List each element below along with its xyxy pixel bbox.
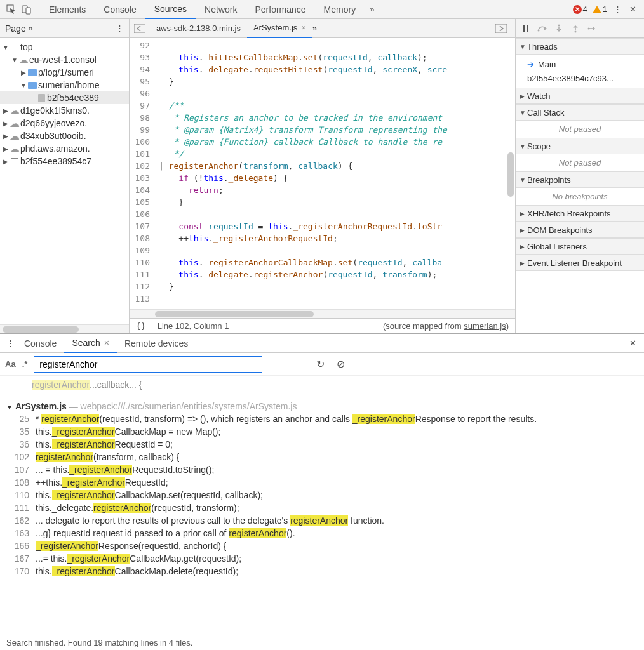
tab-console[interactable]: Console [95,0,145,19]
tab-memory[interactable]: Memory [315,0,365,19]
dom-breakpoints-section[interactable]: ▶DOM Breakpoints [516,222,644,238]
tree-item[interactable]: ▶p/log/1/sumeri [0,66,129,79]
nav-forward-icon[interactable] [493,21,509,36]
search-result-line[interactable]: 25* registerAnchor(requestId, transform)… [6,413,638,425]
source-map-link[interactable]: sumerian.js [464,321,506,331]
drawer-tab-console[interactable]: Console [17,334,64,353]
tree-label: eu-west-1.consol [29,55,97,65]
inspect-icon[interactable] [4,2,19,17]
file-tree[interactable]: ▼top▼☁eu-west-1.consol▶p/log/1/sumeri▼su… [0,38,129,324]
xhr-breakpoints-section[interactable]: ▶XHR/fetch Breakpoints [516,205,644,222]
editor-vscroll[interactable] [507,152,514,197]
breakpoints-section[interactable]: ▼Breakpoints [516,171,644,188]
tree-item[interactable]: ▶☁d1ge0kk1l5kms0. [0,104,129,117]
svg-point-9 [575,30,577,32]
threads-body: ➔Main b2f554ee38954c7c93... [516,55,644,88]
search-result-line[interactable]: 170this._registerAnchorCallbackMap.delet… [6,565,638,578]
step-over-icon[interactable] [535,21,550,36]
settings-icon[interactable]: ⋮ [610,2,625,17]
tree-item[interactable]: ▼top [0,41,129,53]
window-icon [9,44,20,50]
search-result-line[interactable]: 110this._registerAnchorCallbackMap.set(r… [6,489,638,501]
folder-icon [27,69,38,76]
search-result-line[interactable]: 162... delegate to report the results of… [6,514,638,527]
step-out-icon[interactable] [568,21,583,36]
warning-badge[interactable]: 1 [590,4,610,14]
tab-performance[interactable]: Performance [246,0,314,19]
callstack-section[interactable]: ▼Call Stack [516,104,644,121]
more-tabs-icon[interactable]: » [365,2,380,17]
tree-item[interactable]: ▶☁d34xub3ut0ooib. [0,129,129,142]
code-editor[interactable]: 9293949596979899100101102103104105106107… [130,38,515,309]
navigator-menu-icon[interactable]: ⋮ [116,23,124,33]
search-input[interactable] [34,356,262,373]
result-snippet[interactable]: registerAnchor...callback... { [6,378,638,391]
tab-sources[interactable]: Sources [145,0,196,19]
more-navigator-icon[interactable]: » [29,23,33,33]
result-file-header[interactable]: ▼ArSystem.js — webpack:///./src/sumerian… [6,401,638,411]
search-result-line[interactable]: 107... = this._registerAnchorRequestId.t… [6,463,638,476]
close-tab-icon[interactable]: × [104,338,109,348]
cloud-icon: ☁ [9,105,20,117]
close-devtools-icon[interactable]: ✕ [625,2,640,17]
editor-tab[interactable]: ArSystem.js× [247,19,312,38]
search-result-line[interactable]: 163...g} requestId request id passed to … [6,527,638,540]
drawer-menu-icon[interactable]: ⋮ [4,338,17,348]
tree-item[interactable]: ▶☁d2q66yyjeovezo. [0,117,129,129]
svg-point-10 [588,27,590,29]
tree-item[interactable]: ▶☁phd.aws.amazon. [0,142,129,155]
search-result-line[interactable]: 102registerAnchor(transform, callback) { [6,451,638,463]
search-result-line[interactable]: 167...= this._registerAnchorCallbackMap.… [6,552,638,565]
editor-tabs: aws-sdk-2.138.0.min.jsArSystem.js× » [130,19,515,38]
editor-hscroll[interactable] [130,309,515,318]
tab-network[interactable]: Network [196,0,246,19]
global-listeners-section[interactable]: ▶Global Listeners [516,238,644,255]
cloud-icon: ☁ [9,117,20,129]
scope-section[interactable]: ▼Scope [516,138,644,154]
match-case-icon[interactable]: Aa [5,359,16,369]
tree-item[interactable]: b2f554ee389 [0,91,129,104]
nav-back-icon[interactable] [132,21,147,36]
divider [37,4,37,15]
close-drawer-icon[interactable]: ✕ [625,338,640,348]
search-result-line[interactable]: 166_registerAnchorResponse(requestId, an… [6,540,638,552]
code[interactable]: this._hitTestCallbackMap.set(requestId, … [154,38,515,309]
svg-point-8 [558,24,560,26]
regex-icon[interactable]: .* [22,359,28,369]
tree-item[interactable]: ▶b2f554ee38954c7 [0,155,129,168]
more-editor-tabs-icon[interactable]: » [312,23,317,33]
thread-worker[interactable]: b2f554ee38954c7c93... [527,71,641,85]
search-result-line[interactable]: 111this._delegate.registerAnchor(request… [6,501,638,514]
pretty-print-icon[interactable]: {} [136,321,146,331]
event-listener-section[interactable]: ▶Event Listener Breakpoint [516,255,644,271]
source-map-info: (source mapped from sumerian.js) [383,321,509,331]
step-into-icon[interactable] [551,21,567,36]
callstack-empty: Not paused [516,121,644,138]
search-result-line[interactable]: 36this._registerAnchorRequestId = 0; [6,438,638,451]
search-result-line[interactable]: 108++this._registerAnchorRequestId; [6,476,638,489]
refresh-search-icon[interactable]: ↻ [313,358,327,370]
clear-search-icon[interactable]: ⊘ [333,358,347,370]
search-results[interactable]: registerAnchor...callback... { ▼ArSystem… [0,376,644,635]
drawer-tab-remote-devices[interactable]: Remote devices [117,334,196,353]
close-tab-icon[interactable]: × [301,23,306,32]
device-toggle-icon[interactable] [19,2,34,17]
error-badge[interactable]: ✕4 [570,4,590,14]
pause-icon[interactable] [518,21,533,36]
scope-empty: Not paused [516,154,644,171]
tree-item[interactable]: ▼sumerian/home [0,79,129,91]
threads-section[interactable]: ▼Threads [516,38,644,55]
navigator-hscroll[interactable] [0,324,129,333]
navigator-label: Page [5,23,26,34]
watch-section[interactable]: ▶Watch [516,88,644,104]
folder-icon [27,82,38,89]
tab-elements[interactable]: Elements [40,0,95,19]
drawer-tab-search[interactable]: Search× [64,334,117,353]
svg-rect-4 [495,24,507,33]
search-result-line[interactable]: 35this._registerAnchorCallbackMap = new … [6,425,638,438]
tree-item[interactable]: ▼☁eu-west-1.consol [0,53,129,66]
breakpoints-empty: No breakpoints [516,188,644,205]
editor-tab[interactable]: aws-sdk-2.138.0.min.js [150,19,247,38]
step-icon[interactable] [584,21,600,36]
thread-main[interactable]: ➔Main [527,57,641,71]
